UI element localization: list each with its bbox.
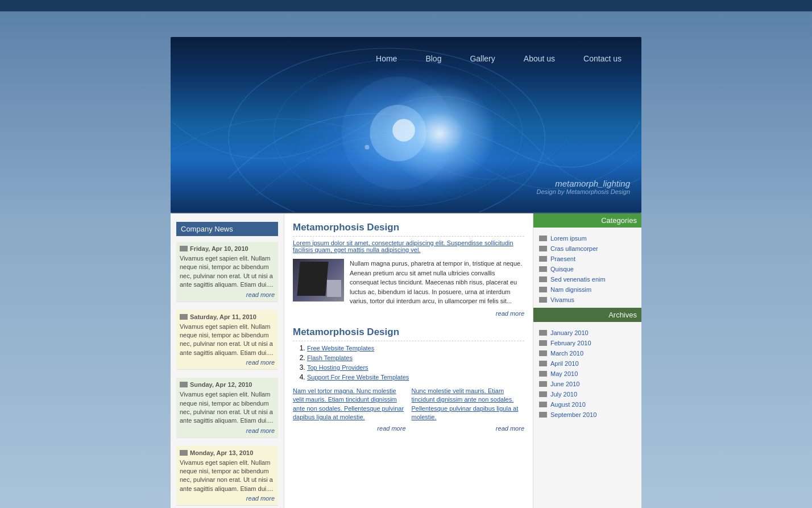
top-bar — [0, 0, 812, 11]
svg-point-7 — [364, 145, 369, 150]
news-text: Vivamus eget sapien elit. Nullam neque n… — [180, 323, 275, 358]
date-icon — [180, 450, 188, 456]
bullet-icon — [539, 297, 547, 303]
archive-item: May 2010 — [533, 369, 641, 379]
archive-item: March 2010 — [533, 348, 641, 358]
archive-link[interactable]: April 2010 — [550, 360, 579, 367]
company-news-title: Company News — [176, 222, 278, 236]
archives-title: Archives — [533, 308, 641, 322]
list-item-link[interactable]: Support For Free Website Templates — [307, 374, 409, 381]
category-item: Lorem ipsum — [533, 233, 641, 243]
col-right-read-more[interactable]: read more — [412, 425, 525, 432]
news-text: Vivamus eget sapien elit. Nullam neque n… — [180, 459, 275, 494]
header-design-credit: Design by Metamorphosis Design — [537, 188, 630, 195]
list-item: Top Hosting Providers — [307, 364, 524, 371]
category-link[interactable]: Lorem ipsum — [550, 235, 587, 242]
bullet-icon — [539, 361, 547, 366]
category-link[interactable]: Quisque — [550, 266, 574, 272]
archive-link[interactable]: March 2010 — [550, 350, 583, 357]
bullet-icon — [539, 256, 547, 262]
date-icon — [180, 246, 188, 251]
outer-wrapper: Home Blog Gallery About us Contact us me… — [0, 0, 812, 508]
archive-link[interactable]: January 2010 — [550, 329, 589, 336]
bullet-icon — [539, 330, 547, 336]
news-date: Monday, Apr 13, 2010 — [180, 449, 275, 456]
news-read-more[interactable]: read more — [180, 427, 275, 434]
bullet-icon — [539, 236, 547, 241]
nav-contact[interactable]: Contact us — [569, 54, 636, 63]
two-col: Nam vel tortor magna. Nunc molestie veli… — [293, 387, 524, 432]
list-item-link[interactable]: Free Website Templates — [307, 345, 374, 352]
news-read-more[interactable]: read more — [180, 495, 275, 502]
list-item-link[interactable]: Flash Templates — [307, 354, 353, 361]
news-date: Saturday, Apr 11, 2010 — [180, 313, 275, 320]
nav-blog[interactable]: Blog — [411, 54, 455, 63]
bullet-icon — [539, 287, 547, 292]
archive-link[interactable]: July 2010 — [550, 391, 577, 398]
archive-link[interactable]: August 2010 — [550, 401, 586, 408]
col-right: Nunc molestie velit mauris. Etiam tincid… — [412, 387, 525, 432]
sidebar-right: Categories Lorem ipsum Cras ullamcorper … — [533, 213, 641, 508]
news-item: Friday, Apr 10, 2010 Vivamus eget sapien… — [176, 242, 278, 302]
header-banner: Home Blog Gallery About us Contact us me… — [171, 37, 641, 213]
bullet-icon — [539, 350, 547, 356]
bullet-icon — [539, 381, 547, 387]
news-read-more[interactable]: read more — [180, 359, 275, 366]
category-item: Quisque — [533, 264, 641, 274]
category-link[interactable]: Sed venenatis enim — [550, 276, 606, 283]
col-left-read-more[interactable]: read more — [293, 425, 406, 432]
article2-section: Metamorphosis Design Free Website Templa… — [293, 327, 524, 432]
news-date: Friday, Apr 10, 2010 — [180, 245, 275, 252]
nav-home[interactable]: Home — [362, 54, 411, 63]
date-icon — [180, 382, 188, 387]
main-nav: Home Blog Gallery About us Contact us — [171, 37, 641, 63]
bullet-icon — [539, 402, 547, 407]
article2-title: Metamorphosis Design — [293, 327, 524, 341]
bullet-icon — [539, 340, 547, 346]
article1-title: Metamorphosis Design — [293, 222, 524, 237]
category-link[interactable]: Vivamus — [550, 296, 574, 303]
news-read-more[interactable]: read more — [180, 291, 275, 298]
sidebar-left: Company News Friday, Apr 10, 2010 Vivamu… — [171, 213, 284, 508]
nav-about[interactable]: About us — [509, 54, 569, 63]
archive-item: April 2010 — [533, 358, 641, 369]
archive-item: January 2010 — [533, 328, 641, 338]
news-item: Saturday, Apr 11, 2010 Vivamus eget sapi… — [176, 310, 278, 370]
list-item: Flash Templates — [307, 354, 524, 362]
category-link[interactable]: Praesent — [550, 255, 575, 262]
archive-link[interactable]: June 2010 — [550, 381, 579, 387]
bullet-icon — [539, 266, 547, 272]
article1-text: Nullam magna purus, pharetra at tempor i… — [350, 259, 524, 318]
category-item: Vivamus — [533, 295, 641, 305]
article1-intro[interactable]: Lorem ipsum dolor sit amet, consectetur … — [293, 239, 524, 253]
col-right-text: Nunc molestie velit mauris. Etiam tincid… — [412, 387, 525, 422]
nav-gallery[interactable]: Gallery — [455, 54, 509, 63]
archive-item: June 2010 — [533, 379, 641, 389]
list-item: Support For Free Website Templates — [307, 373, 524, 381]
main-content: Company News Friday, Apr 10, 2010 Vivamu… — [171, 213, 641, 508]
article2-list: Free Website TemplatesFlash TemplatesTop… — [293, 344, 524, 381]
date-icon — [180, 314, 188, 320]
category-link[interactable]: Nam dignissim — [550, 286, 591, 293]
article1-body: Nullam magna purus, pharetra at tempor i… — [293, 259, 524, 318]
col-left-text: Nam vel tortor magna. Nunc molestie veli… — [293, 387, 406, 422]
categories-title: Categories — [533, 213, 641, 228]
archive-link[interactable]: September 2010 — [550, 411, 596, 418]
category-link[interactable]: Cras ullamcorper — [550, 245, 598, 252]
news-container: Friday, Apr 10, 2010 Vivamus eget sapien… — [176, 242, 278, 506]
bullet-icon — [539, 276, 547, 282]
news-date: Sunday, Apr 12, 2010 — [180, 381, 275, 388]
archives-container: January 2010 February 2010 March 2010 Ap… — [533, 328, 641, 420]
svg-point-4 — [392, 119, 415, 142]
article1-read-more[interactable]: read more — [350, 309, 524, 319]
category-item: Cras ullamcorper — [533, 243, 641, 254]
news-text: Vivamus eget sapien elit. Nullam neque n… — [180, 390, 275, 426]
archive-link[interactable]: February 2010 — [550, 340, 591, 346]
center-container: Home Blog Gallery About us Contact us me… — [171, 37, 641, 508]
bullet-icon — [539, 412, 547, 418]
news-item: Monday, Apr 13, 2010 Vivamus eget sapien… — [176, 446, 278, 506]
list-item-link[interactable]: Top Hosting Providers — [307, 364, 368, 371]
bullet-icon — [539, 391, 547, 397]
category-item: Praesent — [533, 254, 641, 264]
archive-link[interactable]: May 2010 — [550, 370, 578, 377]
